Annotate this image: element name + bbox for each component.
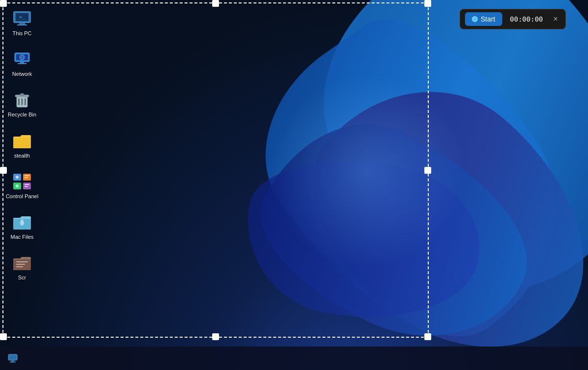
taskbar-icon[interactable]	[5, 350, 21, 366]
this-pc-label: This PC	[12, 30, 31, 37]
recycle-bin-label: Recycle Bin	[8, 112, 36, 118]
close-button[interactable]: ×	[551, 14, 561, 24]
start-button[interactable]: Start	[465, 12, 502, 26]
svg-rect-33	[16, 266, 23, 267]
svg-rect-32	[16, 264, 25, 265]
svg-rect-12	[20, 62, 24, 63]
svg-rect-34	[8, 354, 17, 360]
svg-rect-31	[16, 261, 28, 262]
svg-rect-17	[24, 98, 26, 105]
icon-recycle-bin[interactable]: Recycle Bin	[2, 86, 42, 122]
icon-scr[interactable]: Scr	[2, 249, 42, 285]
icon-stealth[interactable]: stealth	[2, 127, 42, 163]
svg-rect-36	[10, 362, 16, 363]
network-icon-img	[12, 49, 32, 69]
icon-network[interactable]: Network	[2, 46, 42, 81]
timer-display: 00:00:00	[506, 15, 547, 23]
stealth-label: stealth	[14, 153, 30, 159]
recycle-bin-icon-img	[12, 90, 32, 110]
icon-this-pc[interactable]: >_ This PC	[2, 5, 42, 41]
stealth-icon-img	[12, 131, 32, 151]
svg-rect-19	[20, 93, 24, 95]
wallpaper	[0, 0, 588, 370]
svg-rect-2	[19, 23, 25, 24]
control-panel-icon-img	[12, 172, 32, 191]
svg-rect-3	[17, 24, 27, 25]
svg-rect-28	[24, 184, 29, 185]
svg-point-27	[16, 185, 19, 187]
svg-rect-35	[11, 360, 14, 362]
svg-text:>_: >_	[20, 15, 25, 20]
scr-icon-img	[12, 253, 32, 273]
svg-point-30	[21, 219, 24, 221]
record-bar: Start 00:00:00 ×	[460, 9, 566, 29]
svg-rect-15	[18, 98, 20, 105]
desktop-icons: >_ This PC Network	[0, 0, 49, 295]
taskbar	[0, 347, 588, 370]
svg-rect-13	[18, 63, 26, 64]
svg-rect-29	[24, 186, 28, 187]
icon-mac-files[interactable]: Mac Files	[2, 208, 42, 244]
scr-label: Scr	[18, 275, 26, 281]
control-panel-label: Control Panel	[6, 193, 39, 200]
svg-rect-26	[24, 177, 28, 178]
mac-files-label: Mac Files	[10, 234, 33, 240]
svg-rect-25	[24, 175, 29, 176]
icon-control-panel[interactable]: Control Panel	[2, 168, 42, 204]
record-indicator	[472, 16, 478, 22]
start-label: Start	[481, 15, 495, 23]
network-label: Network	[12, 71, 32, 77]
bloom-decoration	[172, 0, 588, 370]
svg-rect-16	[22, 98, 23, 105]
mac-files-icon-img	[12, 212, 32, 232]
svg-point-24	[16, 176, 19, 179]
this-pc-icon-img: >_	[12, 9, 32, 28]
